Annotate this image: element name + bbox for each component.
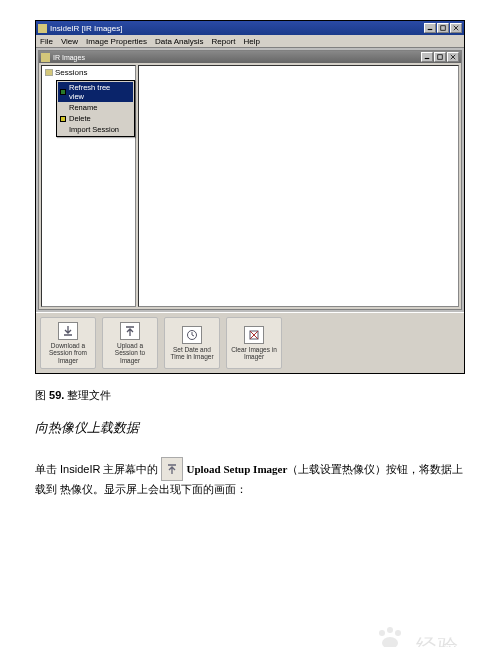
child-close-button[interactable]	[447, 52, 459, 62]
svg-rect-5	[438, 55, 443, 60]
window-controls	[424, 23, 462, 33]
caption-text: 整理文件	[64, 389, 111, 401]
close-button[interactable]	[450, 23, 462, 33]
upload-label: Upload a Session to Imager	[105, 342, 155, 363]
context-menu: Refresh tree view Rename Delete Imp	[56, 80, 135, 137]
button-name-en: Upload Setup Imager	[186, 461, 287, 478]
watermark-text: 经验	[416, 635, 460, 648]
minimize-button[interactable]	[424, 23, 436, 33]
download-label: Download a Session from Imager	[43, 342, 93, 363]
tree-root-node[interactable]: Sessions	[42, 66, 135, 79]
clear-label: Clear Images in Imager	[229, 346, 279, 360]
bullet-spacer	[60, 127, 66, 133]
svg-point-12	[379, 630, 385, 636]
bottom-toolbar: Download a Session from Imager Upload a …	[36, 312, 464, 373]
download-session-button[interactable]: Download a Session from Imager	[40, 317, 96, 369]
menu-delete[interactable]: Delete	[58, 113, 133, 124]
menu-file[interactable]: File	[40, 37, 53, 46]
figure-caption: 图 59. 整理文件	[35, 388, 465, 403]
svg-point-15	[382, 637, 398, 648]
tree-root-label: Sessions	[55, 68, 87, 77]
child-titlebar: IR Images	[39, 51, 461, 63]
watermark: 经验	[374, 625, 460, 648]
set-datetime-button[interactable]: Set Date and Time in Imager	[164, 317, 220, 369]
app-icon	[38, 24, 47, 33]
child-app-icon	[41, 53, 50, 62]
menu-view[interactable]: View	[61, 37, 78, 46]
menu-import-label: Import Session	[69, 125, 119, 134]
clock-icon	[182, 326, 202, 344]
bullet-icon	[60, 89, 66, 95]
menu-rename[interactable]: Rename	[58, 102, 133, 113]
menu-refresh[interactable]: Refresh tree view	[58, 82, 133, 102]
menu-image-properties[interactable]: Image Properties	[86, 37, 147, 46]
inline-upload-icon	[161, 457, 183, 481]
menu-import[interactable]: Import Session	[58, 124, 133, 135]
svg-rect-1	[441, 26, 446, 31]
folder-icon	[45, 69, 53, 76]
bullet-spacer	[60, 105, 66, 111]
menu-help[interactable]: Help	[244, 37, 260, 46]
subsection-title: 向热像仪上载数据	[35, 419, 465, 437]
paw-icon	[374, 625, 408, 648]
app-window: InsideIR [IR Images] File View Image Pro…	[35, 20, 465, 374]
content-pane	[138, 65, 459, 307]
child-minimize-button[interactable]	[421, 52, 433, 62]
child-window: IR Images Sessions Refresh	[38, 50, 462, 310]
menu-report[interactable]: Report	[211, 37, 235, 46]
maximize-button[interactable]	[437, 23, 449, 33]
menu-refresh-label: Refresh tree view	[69, 83, 127, 101]
download-icon	[58, 322, 78, 340]
menu-delete-label: Delete	[69, 114, 91, 123]
upload-icon	[120, 322, 140, 340]
upload-session-button[interactable]: Upload a Session to Imager	[102, 317, 158, 369]
para-part2: 载到 热像仪。显示屏上会出现下面的画面：	[35, 481, 247, 498]
menu-rename-label: Rename	[69, 103, 97, 112]
menubar: File View Image Properties Data Analysis…	[36, 35, 464, 48]
caption-prefix: 图	[35, 389, 49, 401]
button-name-cn: （上载设置热像仪）按钮，将数据上	[287, 461, 463, 478]
child-maximize-button[interactable]	[434, 52, 446, 62]
svg-point-13	[387, 627, 393, 633]
datetime-label: Set Date and Time in Imager	[167, 346, 217, 360]
clear-icon	[244, 326, 264, 344]
bullet-icon	[60, 116, 66, 122]
body-paragraph: 单击 InsideIR 主屏幕中的 Upload Setup Imager （上…	[35, 457, 465, 498]
svg-point-14	[395, 630, 401, 636]
para-part1: 单击 InsideIR 主屏幕中的	[35, 461, 158, 478]
clear-images-button[interactable]: Clear Images in Imager	[226, 317, 282, 369]
child-title: IR Images	[53, 54, 421, 61]
menu-data-analysis[interactable]: Data Analysis	[155, 37, 203, 46]
caption-number: 59.	[49, 389, 64, 401]
tree-pane[interactable]: Sessions Refresh tree view Rename	[41, 65, 136, 307]
titlebar: InsideIR [IR Images]	[36, 21, 464, 35]
window-title: InsideIR [IR Images]	[50, 24, 424, 33]
